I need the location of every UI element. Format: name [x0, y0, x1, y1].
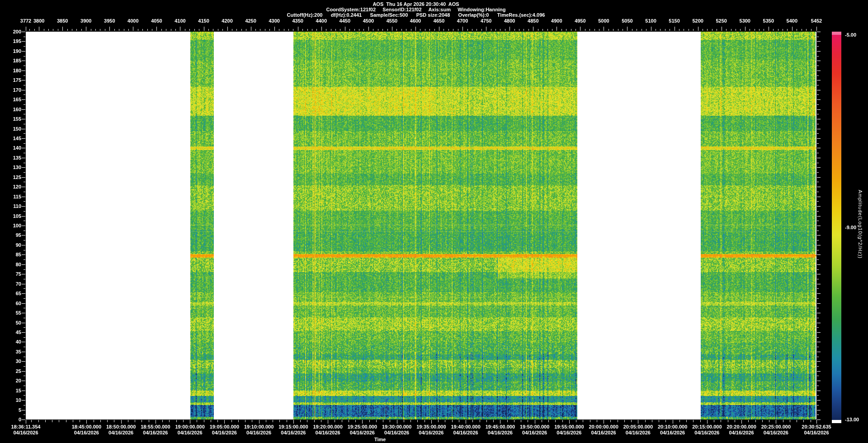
frequency-tick-label: 75 [0, 271, 21, 277]
time-tick-label: 20:05:00.00004/16/2026 [623, 424, 653, 436]
record-tick-label: 4250 [245, 18, 256, 24]
time-tick-label: 20:15:00.00004/16/2026 [692, 424, 722, 436]
frequency-tick-label: 95 [0, 232, 21, 238]
header-params-line-2: Cuttoff(Hz):200 df(Hz):0.2441 Sample/Sec… [287, 12, 545, 18]
frequency-tick-label: 0 [0, 417, 21, 422]
time-tick-label: 19:45:00.00004/16/2026 [486, 424, 515, 436]
frequency-tick-label: 160 [0, 107, 21, 112]
record-tick-label: 3850 [57, 18, 68, 24]
frequency-tick-label: 10 [0, 397, 21, 403]
record-tick-label: 4050 [151, 18, 162, 24]
frequency-tick-label: 15 [0, 388, 21, 393]
time-tick-label: 20:00:00.00004/16/2026 [589, 424, 618, 436]
time-tick-label: 18:55:00.00004/16/2026 [141, 424, 170, 436]
record-tick-label: 5250 [716, 18, 726, 24]
header-title: AOS Thu 16 Apr 2026 20:30:40 AOS [373, 1, 459, 7]
frequency-tick-label: 40 [0, 339, 21, 344]
record-tick-label: 5150 [669, 18, 679, 24]
time-tick-label: 20:25:00.00004/16/2026 [761, 424, 791, 436]
time-tick-label: 20:30:52.63504/16/2026 [802, 424, 831, 436]
frequency-tick-label: 35 [0, 349, 21, 354]
record-tick-label: 4000 [127, 18, 138, 24]
frequency-tick-label: 110 [0, 203, 21, 209]
time-tick-label: 19:25:00.00004/16/2026 [348, 424, 377, 436]
frequency-tick-label: 185 [0, 58, 21, 63]
frequency-tick-label: 120 [0, 184, 21, 189]
record-tick-label: 4750 [481, 18, 491, 24]
record-tick-label: 4200 [222, 18, 232, 24]
record-tick-label: 3800 [33, 18, 44, 24]
frequency-tick-label: 30 [0, 358, 21, 364]
time-tick-label: 18:45:00.00004/16/2026 [72, 424, 101, 436]
frequency-tick-label: 20 [0, 378, 21, 383]
frequency-tick-label: 50 [0, 320, 21, 325]
record-tick-label: 4550 [387, 18, 397, 24]
time-tick-label: 18:36:11.35404/16/2026 [11, 424, 41, 436]
frequency-tick-label: 135 [0, 155, 21, 160]
record-tick-label: 4700 [457, 18, 468, 24]
record-tick-label: 5300 [740, 18, 750, 24]
colorbar-max-label: -5.00 [845, 32, 856, 38]
time-tick-label: 19:55:00.00004/16/2026 [554, 424, 584, 436]
time-tick-label: 19:35:00.00004/16/2026 [416, 424, 446, 436]
record-tick-label: 4400 [316, 18, 327, 24]
frequency-tick-label: 150 [0, 126, 21, 132]
record-tick-label: 4850 [528, 18, 538, 24]
frequency-tick-label: 180 [0, 68, 21, 73]
record-tick-label: 4950 [575, 18, 585, 24]
record-tick-label: 4800 [504, 18, 515, 24]
frequency-tick-label: 90 [0, 242, 21, 248]
colorbar-mid-label: -9.00 [845, 225, 856, 230]
frequency-tick-label: 25 [0, 368, 21, 374]
record-tick-label: 4900 [551, 18, 562, 24]
time-tick-label: 19:00:00.00004/16/2026 [175, 424, 204, 436]
frequency-tick-label: 200 [0, 29, 21, 34]
record-tick-label: 3772 [20, 18, 31, 24]
time-tick-label: 19:30:00.00004/16/2026 [382, 424, 411, 436]
frequency-tick-label: 155 [0, 116, 21, 122]
record-tick-label: 4300 [269, 18, 279, 24]
time-tick-label: 19:15:00.00004/16/2026 [278, 424, 308, 436]
record-tick-label: 4600 [410, 18, 421, 24]
record-tick-label: 4450 [340, 18, 350, 24]
time-tick-label: 19:05:00.00004/16/2026 [210, 424, 239, 436]
time-tick-label: 19:40:00.00004/16/2026 [451, 424, 480, 436]
frequency-tick-label: 105 [0, 213, 21, 219]
time-tick-label: 19:50:00.00004/16/2026 [520, 424, 549, 436]
record-tick-label: 5000 [598, 18, 609, 24]
frequency-tick-label: 125 [0, 174, 21, 180]
frequency-tick-label: 190 [0, 48, 21, 54]
time-tick-label: 20:20:00.00004/16/2026 [726, 424, 756, 436]
time-axis-title: Time [374, 437, 386, 442]
record-tick-label: 4100 [175, 18, 185, 24]
colorbar-min-label: -13.00 [845, 417, 859, 422]
frequency-tick-label: 170 [0, 87, 21, 93]
spectrogram-canvas[interactable] [0, 0, 868, 443]
frequency-tick-label: 45 [0, 330, 21, 335]
frequency-tick-label: 175 [0, 77, 21, 83]
record-tick-label: 5200 [692, 18, 703, 24]
frequency-tick-label: 65 [0, 291, 21, 296]
record-tick-label: 5100 [645, 18, 656, 24]
frequency-tick-label: 70 [0, 281, 21, 287]
record-tick-label: 4350 [292, 18, 303, 24]
record-tick-label: 3900 [80, 18, 91, 24]
frequency-tick-label: 5 [0, 407, 21, 413]
record-tick-label: 4150 [198, 18, 209, 24]
frequency-tick-label: 130 [0, 165, 21, 170]
frequency-tick-label: 115 [0, 194, 21, 199]
frequency-tick-label: 165 [0, 97, 21, 102]
record-tick-label: 5350 [763, 18, 774, 24]
record-tick-label: 5050 [622, 18, 632, 24]
time-tick-label: 19:20:00.00004/16/2026 [313, 424, 342, 436]
record-tick-label: 3950 [104, 18, 115, 24]
time-tick-label: 19:10:00.00004/16/2026 [244, 424, 274, 436]
frequency-tick-label: 85 [0, 252, 21, 257]
frequency-tick-label: 145 [0, 136, 21, 141]
frequency-tick-label: 55 [0, 310, 21, 316]
time-tick-label: 18:50:00.00004/16/2026 [106, 424, 136, 436]
record-tick-label: 5400 [787, 18, 797, 24]
time-tick-label: 20:10:00.00004/16/2026 [658, 424, 687, 436]
frequency-tick-label: 60 [0, 301, 21, 306]
aos-spectrogram-window: { "header": { "line1": "AOS Thu 16 Apr 2… [0, 0, 868, 443]
